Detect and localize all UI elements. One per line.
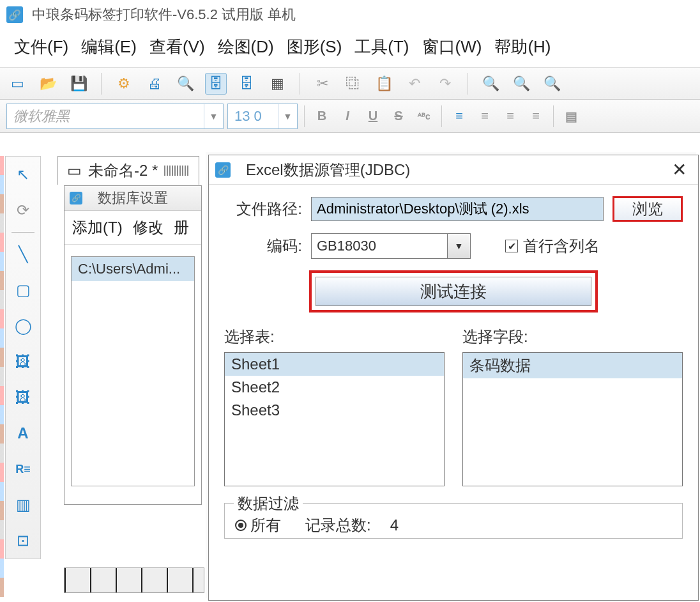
italic-icon[interactable]: I <box>337 105 358 127</box>
richtext-icon[interactable]: R≡ <box>9 455 37 483</box>
menu-edit[interactable]: 编辑(E) <box>81 36 137 58</box>
pointer-icon[interactable]: ↖ <box>9 160 37 189</box>
list-item[interactable]: Sheet1 <box>225 353 444 376</box>
separator <box>441 105 442 127</box>
excel-jdbc-dialog: 🔗 Excel数据源管理(JDBC) ✕ 文件路径: 浏览 编码: GB1803… <box>208 155 699 601</box>
tab-doc-icon: ▭ <box>67 162 82 180</box>
format-toolbar: 微软雅黑 ▼ 13 0 ▼ B I U S ᴬᴮc ≡ ≡ ≡ ≡ ▤ <box>0 100 700 133</box>
text-icon[interactable]: A <box>9 419 37 447</box>
db-settings-title: 数据库设置 <box>98 189 168 208</box>
font-size-value: 13 0 <box>234 108 262 125</box>
font-size-combo[interactable]: 13 0 ▼ <box>227 104 298 129</box>
dialog-body: 文件路径: 浏览 编码: GB18030 ▼ ✔ 首行含列名 测试连接 选择表:… <box>209 185 698 545</box>
dialog-titlebar[interactable]: 🔗 Excel数据源管理(JDBC) ✕ <box>209 155 698 185</box>
left-tool-panel: ↖ ⟳ ╲ ▢ ◯ 🖼 🖼 A R≡ ▥ ⊡ <box>5 156 41 559</box>
print-icon[interactable]: 🖨 <box>144 73 165 95</box>
barcode-icon[interactable]: ▥ <box>9 491 37 519</box>
font-family-combo[interactable]: 微软雅黑 ▼ <box>6 104 224 129</box>
qrcode-icon[interactable]: ⊡ <box>9 527 37 555</box>
zoom-out-icon[interactable]: 🔍 <box>510 73 532 95</box>
db-delete-menu[interactable]: 册 <box>174 217 189 238</box>
db-source-list[interactable]: C:\Users\Admi... <box>71 256 195 486</box>
close-icon[interactable]: ✕ <box>667 159 692 180</box>
menu-tools[interactable]: 工具(T) <box>354 36 409 58</box>
rounded-rect-icon[interactable]: ▢ <box>9 276 37 304</box>
drag-handle-icon[interactable] <box>164 166 190 176</box>
chevron-down-icon[interactable]: ▼ <box>204 104 223 128</box>
db-modify-menu[interactable]: 修改 <box>133 217 164 238</box>
save-icon[interactable]: 💾 <box>68 73 89 95</box>
menu-window[interactable]: 窗口(W) <box>422 36 482 58</box>
database-add-icon[interactable]: 🗄 <box>236 73 257 95</box>
rotate-icon[interactable]: ⟳ <box>9 196 37 224</box>
db-source-item[interactable]: C:\Users\Admi... <box>72 257 194 281</box>
underline-icon[interactable]: U <box>362 105 384 127</box>
list-item[interactable]: Sheet2 <box>225 376 444 399</box>
data-filter-fieldset: 数据过滤 所有 记录总数: 4 <box>224 503 683 539</box>
align-center-icon[interactable]: ≡ <box>474 105 496 127</box>
title-bar: 🔗 中琅条码标签打印软件-V6.5.2 试用版 单机 <box>0 0 700 29</box>
strike-icon[interactable]: S <box>388 105 409 127</box>
menu-file[interactable]: 文件(F) <box>14 36 68 58</box>
document-tab-title: 未命名-2 * <box>88 160 158 181</box>
separator <box>468 73 468 95</box>
chevron-down-icon[interactable]: ▼ <box>447 234 470 258</box>
table-listbox[interactable]: Sheet1 Sheet2 Sheet3 <box>224 352 445 486</box>
copy-icon[interactable]: ⿻ <box>342 73 364 95</box>
first-row-checkbox[interactable]: ✔ 首行含列名 <box>505 236 600 256</box>
document-tab[interactable]: ▭ 未命名-2 * <box>57 156 199 185</box>
print-preview-icon[interactable]: 🔍 <box>174 73 196 95</box>
main-toolbar: ▭ 📂 💾 ⚙ 🖨 🔍 🗄 🗄 ▦ ✂ ⿻ 📋 ↶ ↷ 🔍 🔍 🔍 <box>0 68 700 100</box>
field-listbox[interactable]: 条码数据 <box>462 352 683 486</box>
image-icon[interactable]: 🖼 <box>9 348 37 376</box>
separator <box>101 73 102 95</box>
redo-icon[interactable]: ↷ <box>434 73 456 95</box>
bold-icon[interactable]: B <box>311 105 333 127</box>
line-icon[interactable]: ╲ <box>9 240 37 268</box>
align-justify-icon[interactable]: ≡ <box>525 105 547 127</box>
separator <box>553 105 554 127</box>
radio-dot <box>235 520 247 531</box>
table-field-columns: 选择表: Sheet1 Sheet2 Sheet3 选择字段: 条码数据 <box>224 327 683 486</box>
settings-icon[interactable]: ⚙ <box>113 73 135 95</box>
image-edit-icon[interactable]: 🖼 <box>9 383 37 412</box>
test-connection-button[interactable]: 测试连接 <box>316 277 591 306</box>
font-family-value: 微软雅黑 <box>13 107 70 126</box>
menu-draw[interactable]: 绘图(D) <box>218 36 274 58</box>
zoom-in-icon[interactable]: 🔍 <box>480 73 501 95</box>
layout-icon[interactable]: ▤ <box>560 105 582 127</box>
db-settings-menu: 添加(T) 修改 册 <box>65 211 201 245</box>
new-doc-icon[interactable]: ▭ <box>6 73 28 95</box>
filter-all-radio[interactable]: 所有 <box>235 515 281 536</box>
db-settings-window: 🔗 数据库设置 添加(T) 修改 册 C:\Users\Admi... <box>64 185 202 505</box>
align-left-icon[interactable]: ≡ <box>448 105 470 127</box>
menu-bar: 文件(F) 编辑(E) 查看(V) 绘图(D) 图形(S) 工具(T) 窗口(W… <box>0 29 700 68</box>
menu-view[interactable]: 查看(V) <box>149 36 205 58</box>
field-column: 选择字段: 条码数据 <box>462 327 683 486</box>
db-settings-titlebar[interactable]: 🔗 数据库设置 <box>65 186 201 211</box>
dialog-title-text: Excel数据源管理(JDBC) <box>246 160 410 180</box>
grid-icon[interactable]: ▦ <box>266 73 288 95</box>
menu-help[interactable]: 帮助(H) <box>494 36 551 58</box>
db-add-menu[interactable]: 添加(T) <box>72 217 123 238</box>
cut-icon[interactable]: ✂ <box>312 73 333 95</box>
horizontal-ruler <box>64 567 204 593</box>
paste-icon[interactable]: 📋 <box>373 73 395 95</box>
zoom-fit-icon[interactable]: 🔍 <box>541 73 563 95</box>
encoding-combo[interactable]: GB18030 ▼ <box>311 233 471 259</box>
superscript-icon[interactable]: ᴬᴮc <box>413 105 435 127</box>
list-item[interactable]: 条码数据 <box>463 353 682 378</box>
undo-icon[interactable]: ↶ <box>404 73 425 95</box>
browse-button[interactable]: 浏览 <box>612 196 683 222</box>
file-path-input[interactable] <box>311 197 604 221</box>
chevron-down-icon[interactable]: ▼ <box>278 104 297 128</box>
file-path-row: 文件路径: 浏览 <box>224 196 683 222</box>
align-right-icon[interactable]: ≡ <box>499 105 521 127</box>
menu-shape[interactable]: 图形(S) <box>287 36 342 58</box>
open-icon[interactable]: 📂 <box>37 73 59 95</box>
ellipse-icon[interactable]: ◯ <box>9 312 37 340</box>
record-count-label: 记录总数: <box>305 515 371 536</box>
encoding-value: GB18030 <box>317 238 376 254</box>
list-item[interactable]: Sheet3 <box>225 399 444 422</box>
database-icon[interactable]: 🗄 <box>205 73 227 95</box>
